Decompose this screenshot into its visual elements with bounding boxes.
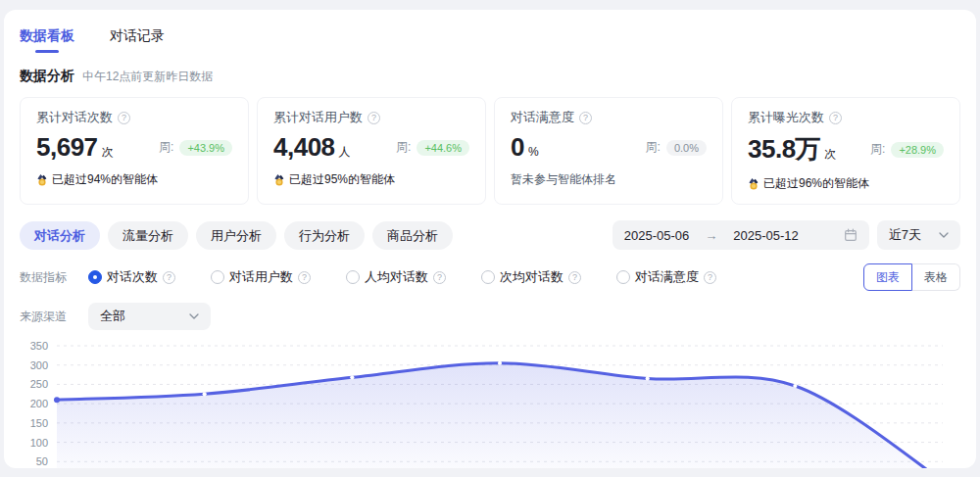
stat-value: 0 bbox=[511, 132, 524, 163]
date-start[interactable]: 2025-05-06 bbox=[624, 228, 690, 243]
radio-conversation-users[interactable]: 对话用户数 ? bbox=[211, 268, 311, 286]
svg-text:300: 300 bbox=[30, 359, 48, 371]
svg-text:100: 100 bbox=[30, 437, 48, 449]
chevron-down-icon bbox=[939, 232, 949, 238]
stat-title: 累计对话用户数 bbox=[273, 109, 363, 126]
date-preset-select[interactable]: 近7天 bbox=[877, 220, 960, 250]
week-label: 周: bbox=[396, 139, 411, 156]
chart-area: 0501001502002503003502025/05/062025/05/0… bbox=[20, 336, 960, 468]
stat-footer-text: 已超过94%的智能体 bbox=[52, 171, 158, 188]
stat-card-total-conversations: 累计对话次数 ? 5,697 次 周: +43.9% 已超过94%的智能体 bbox=[20, 97, 249, 205]
help-icon[interactable]: ? bbox=[163, 271, 175, 284]
view-toggle: 图表 表格 bbox=[863, 263, 960, 291]
date-preset-value: 近7天 bbox=[889, 226, 921, 244]
medal-icon bbox=[273, 174, 285, 186]
week-change-badge: 0.0% bbox=[666, 140, 707, 156]
stat-unit: 次 bbox=[102, 144, 114, 161]
radio-dot[interactable] bbox=[481, 270, 495, 284]
view-chart-button[interactable]: 图表 bbox=[863, 263, 912, 291]
source-channel-label: 来源渠道 bbox=[20, 309, 67, 325]
help-icon[interactable]: ? bbox=[298, 271, 311, 284]
tab-data-dashboard[interactable]: 数据看板 bbox=[20, 27, 74, 53]
medal-icon bbox=[748, 178, 760, 190]
radio-dot[interactable] bbox=[88, 270, 102, 284]
stat-value: 35.8万 bbox=[748, 132, 820, 167]
stat-footer-text: 已超过96%的智能体 bbox=[763, 175, 869, 192]
svg-text:350: 350 bbox=[30, 340, 48, 352]
radio-conversation-count[interactable]: 对话次数 ? bbox=[88, 268, 175, 286]
week-label: 周: bbox=[646, 139, 661, 156]
radio-dot[interactable] bbox=[211, 270, 224, 284]
metric-row: 数据指标 对话次数 ? 对话用户数 ? 人均对话数 ? 次均对话数 ? 对话满意… bbox=[20, 263, 960, 291]
radio-avg-rounds-per-conversation[interactable]: 次均对话数 ? bbox=[481, 268, 581, 286]
stat-unit: % bbox=[528, 145, 539, 159]
section-head: 数据分析 中午12点前更新昨日数据 bbox=[20, 68, 960, 85]
tab-user-analysis[interactable]: 用户分析 bbox=[196, 221, 276, 250]
tab-conversation-analysis[interactable]: 对话分析 bbox=[20, 221, 100, 250]
date-end[interactable]: 2025-05-12 bbox=[733, 228, 799, 243]
stat-title: 累计曝光次数 bbox=[748, 109, 824, 126]
help-icon[interactable]: ? bbox=[579, 112, 592, 124]
stat-card-total-impressions: 累计曝光次数 ? 35.8万 次 周: +28.9% 已超过96%的智能体 bbox=[731, 97, 960, 205]
stat-card-satisfaction: 对话满意度 ? 0 % 周: 0.0% 暂未参与智能体排名 bbox=[494, 97, 723, 205]
svg-text:200: 200 bbox=[30, 398, 48, 409]
week-change-badge: +44.6% bbox=[416, 140, 469, 156]
source-channel-select[interactable]: 全部 bbox=[88, 303, 211, 330]
tab-traffic-analysis[interactable]: 流量分析 bbox=[108, 221, 188, 250]
help-icon[interactable]: ? bbox=[118, 112, 130, 124]
stat-footer-text: 已超过95%的智能体 bbox=[289, 171, 395, 188]
radio-dot[interactable] bbox=[346, 270, 360, 284]
tab-data-dashboard-label: 数据看板 bbox=[20, 27, 74, 43]
week-label: 周: bbox=[870, 141, 885, 158]
active-tab-underline bbox=[35, 50, 59, 53]
section-subtitle: 中午12点前更新昨日数据 bbox=[82, 69, 213, 85]
view-table-button[interactable]: 表格 bbox=[912, 263, 960, 291]
stat-footer-text: 暂未参与智能体排名 bbox=[511, 171, 616, 188]
help-icon[interactable]: ? bbox=[704, 271, 716, 284]
svg-text:150: 150 bbox=[30, 417, 48, 429]
chevron-down-icon bbox=[189, 313, 199, 319]
stat-unit: 人 bbox=[339, 144, 351, 161]
section-title: 数据分析 bbox=[20, 68, 74, 85]
help-icon[interactable]: ? bbox=[829, 112, 842, 124]
stat-title: 累计对话次数 bbox=[36, 109, 113, 126]
conversations-line-chart[interactable]: 0501001502002503003502025/05/062025/05/0… bbox=[20, 336, 968, 468]
stat-title: 对话满意度 bbox=[511, 109, 574, 126]
tab-conversation-log-label: 对话记录 bbox=[110, 27, 165, 43]
week-change-badge: +28.9% bbox=[891, 142, 944, 158]
stat-card-total-users: 累计对话用户数 ? 4,408 人 周: +44.6% 已超过95%的智能体 bbox=[257, 97, 486, 205]
top-tabs: 数据看板 对话记录 bbox=[20, 27, 960, 53]
source-channel-value: 全部 bbox=[100, 308, 125, 325]
help-icon[interactable]: ? bbox=[368, 112, 380, 124]
week-label: 周: bbox=[159, 139, 173, 156]
help-icon[interactable]: ? bbox=[568, 271, 581, 284]
calendar-icon bbox=[844, 228, 858, 242]
radio-dot[interactable] bbox=[616, 270, 630, 284]
stat-cards-row: 累计对话次数 ? 5,697 次 周: +43.9% 已超过94%的智能体 bbox=[20, 97, 960, 205]
radio-satisfaction[interactable]: 对话满意度 ? bbox=[616, 268, 716, 286]
week-change-badge: +43.9% bbox=[179, 140, 232, 156]
stat-value: 5,697 bbox=[36, 132, 98, 163]
medal-icon bbox=[36, 174, 48, 186]
dashboard-panel: 数据看板 对话记录 数据分析 中午12点前更新昨日数据 累计对话次数 ? 5,6… bbox=[4, 10, 976, 468]
stat-value: 4,408 bbox=[273, 132, 335, 163]
help-icon[interactable]: ? bbox=[433, 271, 446, 284]
metrics-label: 数据指标 bbox=[20, 269, 67, 286]
source-row: 来源渠道 全部 bbox=[20, 303, 960, 330]
tab-behavior-analysis[interactable]: 行为分析 bbox=[284, 221, 365, 250]
svg-text:50: 50 bbox=[36, 455, 48, 467]
filter-row: 对话分析 流量分析 用户分析 行为分析 商品分析 2025-05-06 → 20… bbox=[20, 220, 960, 250]
analysis-tabs: 对话分析 流量分析 用户分析 行为分析 商品分析 bbox=[20, 221, 453, 250]
tab-conversation-log[interactable]: 对话记录 bbox=[110, 27, 165, 45]
svg-text:250: 250 bbox=[30, 378, 48, 390]
tab-product-analysis[interactable]: 商品分析 bbox=[372, 221, 453, 250]
radio-avg-conversations-per-user[interactable]: 人均对话数 ? bbox=[346, 268, 446, 286]
date-range-arrow: → bbox=[705, 228, 717, 243]
stat-unit: 次 bbox=[824, 146, 836, 163]
date-range-picker[interactable]: 2025-05-06 → 2025-05-12 bbox=[612, 220, 869, 250]
